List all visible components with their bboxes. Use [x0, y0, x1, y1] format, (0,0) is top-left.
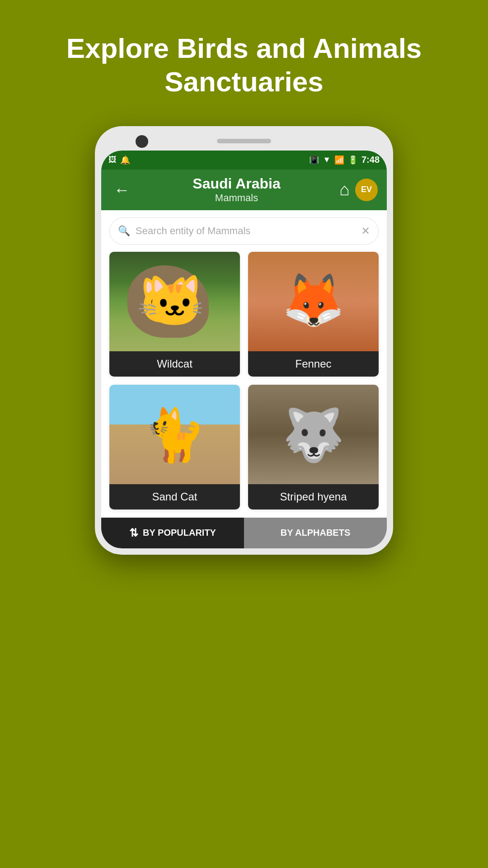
bottom-bar: ⇅ BY POPULARITY BY ALPHABETS	[101, 518, 387, 548]
app-bar-title: Saudi Arabia Mammals	[192, 175, 280, 204]
search-icon: 🔍	[118, 225, 130, 237]
vibrate-icon: 📳	[309, 155, 319, 165]
app-bar-title-main: Saudi Arabia	[192, 175, 280, 192]
wifi-icon: ▼	[323, 155, 331, 165]
search-bar[interactable]: 🔍 Search entity of Mammals ✕	[109, 217, 379, 245]
status-bar: 🖼 🔔 📳 ▼ 📶 🔋 7:48	[101, 151, 387, 170]
hyena-image: 🐺	[248, 385, 379, 484]
phone-camera	[136, 135, 148, 148]
popularity-label: BY POPULARITY	[143, 528, 216, 538]
animal-card-fennec[interactable]: 🦊 Fennec	[248, 252, 379, 377]
wildcat-image: 🐱	[109, 252, 240, 351]
sandcat-label: Sand Cat	[109, 484, 240, 509]
signal-icon: 📶	[334, 155, 344, 165]
app-bar: ← Saudi Arabia Mammals ⌂ EV	[101, 170, 387, 210]
sandcat-image: 🐈	[109, 385, 240, 484]
app-bar-icons: ⌂ EV	[339, 179, 378, 201]
sort-by-alphabets-button[interactable]: BY ALPHABETS	[244, 518, 387, 548]
back-button[interactable]: ←	[110, 177, 134, 203]
search-container: 🔍 Search entity of Mammals ✕	[101, 210, 387, 252]
phone-frame: 🖼 🔔 📳 ▼ 📶 🔋 7:48 ← Saudi Arabia Mammals …	[95, 126, 393, 555]
fennec-image: 🦊	[248, 252, 379, 351]
animal-card-hyena[interactable]: 🐺 Striped hyena	[248, 385, 379, 509]
sort-icon: ⇅	[129, 527, 138, 539]
fennec-label: Fennec	[248, 351, 379, 377]
ev-badge-button[interactable]: EV	[355, 179, 378, 201]
page-title: Explore Birds and Animals Sanctuaries	[30, 32, 458, 99]
hyena-label: Striped hyena	[248, 484, 379, 509]
battery-icon: 🔋	[348, 155, 358, 165]
home-button[interactable]: ⌂	[339, 180, 350, 199]
image-status-icon: 🖼	[108, 155, 117, 165]
status-right-icons: 📳 ▼ 📶 🔋 7:48	[309, 155, 380, 165]
animal-card-wildcat[interactable]: 🐱 Wildcat	[109, 252, 240, 377]
phone-screen: 🖼 🔔 📳 ▼ 📶 🔋 7:48 ← Saudi Arabia Mammals …	[101, 151, 387, 548]
status-time: 7:48	[361, 155, 380, 165]
search-input[interactable]: Search entity of Mammals	[136, 225, 361, 237]
animal-card-sandcat[interactable]: 🐈 Sand Cat	[109, 385, 240, 509]
sort-by-popularity-button[interactable]: ⇅ BY POPULARITY	[101, 518, 244, 548]
app-bar-title-sub: Mammals	[192, 192, 280, 204]
status-left-icons: 🖼 🔔	[108, 155, 130, 165]
phone-speaker	[217, 139, 271, 143]
animal-grid: 🐱 Wildcat 🦊 Fennec 🐈 Sand Cat	[101, 252, 387, 518]
wildcat-label: Wildcat	[109, 351, 240, 377]
alphabets-label: BY ALPHABETS	[281, 528, 350, 538]
notification-status-icon: 🔔	[120, 155, 130, 165]
search-clear-button[interactable]: ✕	[361, 225, 370, 237]
